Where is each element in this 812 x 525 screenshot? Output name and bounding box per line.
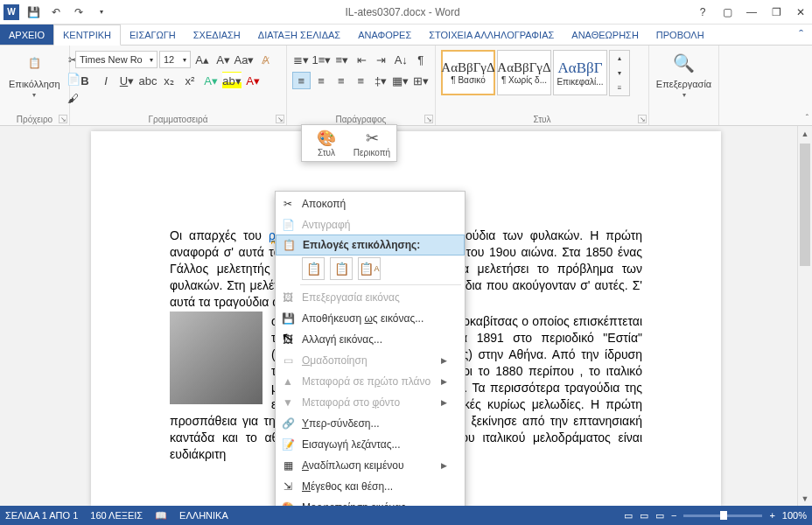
styles-more[interactable]: ≡ bbox=[610, 80, 629, 95]
styles-gallery[interactable]: ΑαΒβΓγΔ¶ Βασικό ΑαΒβΓγΔ¶ Χωρίς δ... ΑαΒβ… bbox=[441, 50, 643, 96]
collapse-ribbon[interactable]: ˆ bbox=[806, 114, 808, 123]
decrease-indent[interactable]: ⇤ bbox=[353, 51, 371, 68]
status-page[interactable]: ΣΕΛΙΔΑ 1 ΑΠΟ 1 bbox=[5, 510, 78, 521]
style-heading1[interactable]: ΑαΒβΓΕπικεφαλί... bbox=[553, 50, 607, 95]
text-effects[interactable]: A▾ bbox=[201, 72, 220, 89]
vertical-scrollbar[interactable]: ▲ ▼ bbox=[797, 126, 812, 506]
bullets-button[interactable]: ≣▾ bbox=[292, 51, 311, 68]
ctx-edit-picture[interactable]: 🖼Επεξεργασία εικόνας bbox=[276, 287, 465, 308]
numbering-button[interactable]: 1≡▾ bbox=[312, 51, 332, 68]
restore-button[interactable]: ❐ bbox=[768, 4, 784, 20]
status-language[interactable]: ΕΛΛΗΝΙΚΑ bbox=[179, 510, 228, 521]
font-name-combo[interactable]: Times New Ro▾ bbox=[75, 51, 158, 68]
change-case[interactable]: Aa▾ bbox=[234, 51, 254, 68]
tab-layout[interactable]: ΔΙΑΤΑΞΗ ΣΕΛΙΔΑΣ bbox=[249, 24, 349, 45]
ribbon-collapse-icon[interactable]: ˆ bbox=[799, 28, 803, 42]
zoom-slider[interactable] bbox=[683, 514, 762, 517]
show-marks[interactable]: ¶ bbox=[412, 51, 430, 68]
line-spacing[interactable]: ‡▾ bbox=[372, 72, 390, 89]
qat-custom[interactable]: ▾ bbox=[93, 4, 110, 21]
status-words[interactable]: 160 ΛΕΞΕΙΣ bbox=[90, 510, 143, 521]
tab-home[interactable]: ΚΕΝΤΡΙΚΗ bbox=[53, 24, 121, 46]
ctx-size-position[interactable]: ⇲Μέγεθος και θέση... bbox=[276, 476, 465, 497]
ribbon-display-button[interactable]: ▢ bbox=[719, 4, 735, 20]
align-left[interactable]: ≡ bbox=[292, 72, 311, 89]
align-center[interactable]: ≡ bbox=[312, 72, 331, 89]
italic-button[interactable]: I bbox=[96, 72, 116, 89]
tab-references[interactable]: ΑΝΑΦΟΡΕΣ bbox=[349, 24, 420, 45]
tab-insert[interactable]: ΕΙΣΑΓΩΓΗ bbox=[121, 24, 185, 45]
tab-design[interactable]: ΣΧΕΔΙΑΣΗ bbox=[185, 24, 249, 45]
close-button[interactable]: ✕ bbox=[793, 4, 808, 20]
zoom-level[interactable]: 100% bbox=[782, 510, 807, 521]
paste-text-only[interactable]: 📋A bbox=[358, 257, 381, 280]
ctx-save-as-picture[interactable]: 💾Αποθήκευση ως εικόνας... bbox=[276, 308, 465, 329]
tab-mailings[interactable]: ΣΤΟΙΧΕΙΑ ΑΛΛΗΛΟΓΡΑΦΙΑΣ bbox=[420, 24, 563, 45]
ctx-wrap-text[interactable]: ▦Αναδίπλωση κειμένου▶ bbox=[276, 455, 465, 476]
style-normal[interactable]: ΑαΒβΓγΔ¶ Βασικό bbox=[441, 50, 495, 95]
view-web[interactable]: ▭ bbox=[655, 510, 664, 522]
status-proofing-icon[interactable]: 📖 bbox=[155, 510, 167, 522]
align-right[interactable]: ≡ bbox=[332, 72, 350, 89]
styles-down[interactable]: ▾ bbox=[610, 66, 629, 80]
qat-redo[interactable]: ↷ bbox=[70, 4, 88, 21]
tab-review[interactable]: ΑΝΑΘΕΩΡΗΣΗ bbox=[563, 24, 648, 45]
mini-styles[interactable]: 🎨Στυλ bbox=[305, 129, 347, 158]
ctx-change-picture[interactable]: 🖼Αλλαγή εικόνας... bbox=[276, 329, 465, 350]
tab-view[interactable]: ΠΡΟΒΟΛΗ bbox=[648, 24, 713, 45]
strike-button[interactable]: abc bbox=[138, 72, 158, 89]
mini-crop[interactable]: ✂Περικοπή bbox=[351, 129, 393, 158]
editing-button[interactable]: 🔍 Επεξεργασία ▾ bbox=[654, 47, 713, 101]
ctx-cut[interactable]: ✂Αποκοπή bbox=[276, 193, 465, 214]
bold-button[interactable]: B bbox=[75, 72, 94, 89]
subscript-button[interactable]: x₂ bbox=[159, 72, 178, 89]
multilevel-button[interactable]: ≡▾ bbox=[333, 51, 352, 68]
paste-button[interactable]: 📋 Επικόλληση ▾ bbox=[5, 47, 64, 107]
paste-merge[interactable]: 📋 bbox=[330, 257, 353, 280]
inline-image[interactable] bbox=[170, 312, 262, 404]
ctx-paste-options[interactable]: 📋Επιλογές επικόλλησης: bbox=[276, 234, 465, 256]
zoom-in[interactable]: + bbox=[769, 510, 774, 521]
copy-icon: 📄 bbox=[281, 218, 295, 232]
ctx-copy[interactable]: 📄Αντιγραφή bbox=[276, 214, 465, 235]
grow-font[interactable]: A▴ bbox=[192, 51, 212, 68]
style-nospacing[interactable]: ΑαΒβΓγΔ¶ Χωρίς δ... bbox=[497, 50, 551, 95]
paste-keep-source[interactable]: 📋 bbox=[302, 257, 325, 280]
shrink-font[interactable]: A▾ bbox=[214, 51, 233, 68]
borders-button[interactable]: ⊞▾ bbox=[411, 72, 430, 89]
sort-button[interactable]: A↓ bbox=[392, 51, 410, 68]
increase-indent[interactable]: ⇥ bbox=[373, 51, 391, 68]
paragraph-launcher[interactable]: ↘ bbox=[424, 115, 433, 123]
zoom-out[interactable]: − bbox=[671, 510, 676, 521]
ribbon-tabs: ΑΡΧΕΙΟ ΚΕΝΤΡΙΚΗ ΕΙΣΑΓΩΓΗ ΣΧΕΔΙΑΣΗ ΔΙΑΤΑΞ… bbox=[0, 24, 812, 46]
mini-toolbar: 🎨Στυλ ✂Περικοπή bbox=[301, 124, 397, 162]
ctx-hyperlink[interactable]: 🔗Υπερ-σύνδεση... bbox=[276, 413, 465, 434]
font-color-button[interactable]: A▾ bbox=[243, 72, 262, 89]
ctx-group[interactable]: ▭Ομαδοποίηση▶ bbox=[276, 350, 465, 371]
qat-save[interactable]: 💾 bbox=[24, 4, 42, 21]
tab-file[interactable]: ΑΡΧΕΙΟ bbox=[0, 24, 53, 45]
align-justify[interactable]: ≡ bbox=[352, 72, 370, 89]
font-size-combo[interactable]: 12▾ bbox=[159, 51, 191, 68]
status-bar: ΣΕΛΙΔΑ 1 ΑΠΟ 1 160 ΛΕΞΕΙΣ 📖 ΕΛΛΗΝΙΚΑ ▭ ▭… bbox=[0, 506, 812, 525]
minimize-button[interactable]: — bbox=[744, 4, 760, 20]
underline-button[interactable]: U▾ bbox=[117, 72, 136, 89]
styles-up[interactable]: ▴ bbox=[610, 51, 629, 66]
scroll-down[interactable]: ▼ bbox=[798, 491, 812, 506]
view-readmode[interactable]: ▭ bbox=[624, 510, 633, 522]
qat-undo[interactable]: ↶ bbox=[47, 4, 65, 21]
highlight-button[interactable]: ab▾ bbox=[222, 72, 242, 89]
ctx-insert-caption[interactable]: 📝Εισαγωγή λεζάντας... bbox=[276, 434, 465, 455]
ctx-send-back[interactable]: ▼Μεταφορά στο φόντο▶ bbox=[276, 392, 465, 413]
view-print[interactable]: ▭ bbox=[640, 510, 648, 522]
help-button[interactable]: ? bbox=[695, 4, 710, 20]
shading-button[interactable]: ▦▾ bbox=[391, 72, 410, 89]
scroll-up[interactable]: ▲ bbox=[798, 126, 812, 141]
clipboard-launcher[interactable]: ↘ bbox=[59, 115, 67, 123]
ctx-bring-front[interactable]: ▲Μεταφορά σε πρώτο πλάνο▶ bbox=[276, 371, 465, 392]
font-launcher[interactable]: ↘ bbox=[276, 115, 284, 123]
scroll-thumb[interactable] bbox=[800, 144, 810, 266]
superscript-button[interactable]: x² bbox=[180, 72, 200, 89]
clear-formatting[interactable]: A̷ bbox=[256, 51, 275, 68]
styles-launcher[interactable]: ↘ bbox=[638, 115, 647, 123]
